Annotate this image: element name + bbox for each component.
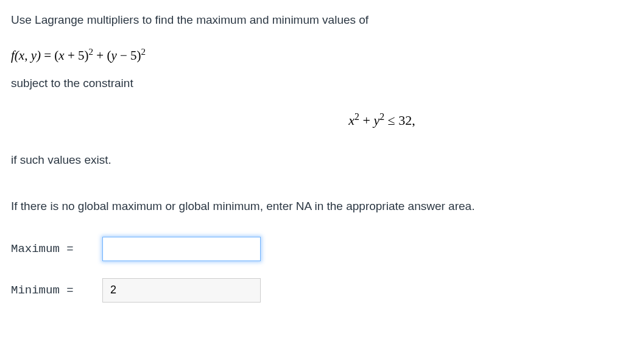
constraint-plus: + — [363, 113, 374, 128]
term1-x: x — [58, 48, 64, 63]
constraint-comma: , — [412, 113, 415, 128]
term2-minus5: − 5) — [117, 48, 141, 63]
function-definition: f(x, y) = (x + 5)2 + (y − 5)2 — [11, 46, 631, 65]
constraint-op: ≤ — [388, 113, 395, 128]
maximum-input[interactable] — [102, 237, 261, 261]
plus-between: + — [96, 48, 107, 63]
term1-plus5: + 5) — [65, 48, 89, 63]
constraint-x: x — [348, 113, 355, 128]
na-instruction: If there is no global maximum or global … — [11, 198, 631, 215]
constraint-rhs: 32 — [398, 113, 412, 128]
maximum-label: Maximum = — [11, 241, 102, 257]
term2-y: y — [111, 48, 116, 63]
constraint-y: y — [373, 113, 379, 128]
minimum-row: Minimum = — [11, 278, 631, 303]
maximum-row: Maximum = — [11, 237, 631, 261]
term1-exp: 2 — [88, 47, 93, 57]
constraint-y-exp: 2 — [379, 111, 384, 122]
equals-sign: = — [44, 48, 54, 63]
problem-intro: Use Lagrange multipliers to find the max… — [11, 12, 631, 29]
constraint-label: subject to the constraint — [11, 75, 631, 92]
constraint-formula: x2 + y2 ≤ 32, — [11, 110, 631, 130]
term2-exp: 2 — [141, 47, 146, 57]
constraint-x-exp: 2 — [355, 111, 359, 122]
minimum-input[interactable] — [102, 278, 261, 303]
exist-text: if such values exist. — [11, 152, 631, 169]
minimum-label: Minimum = — [11, 282, 102, 299]
function-lhs: f(x, y) — [11, 48, 41, 63]
